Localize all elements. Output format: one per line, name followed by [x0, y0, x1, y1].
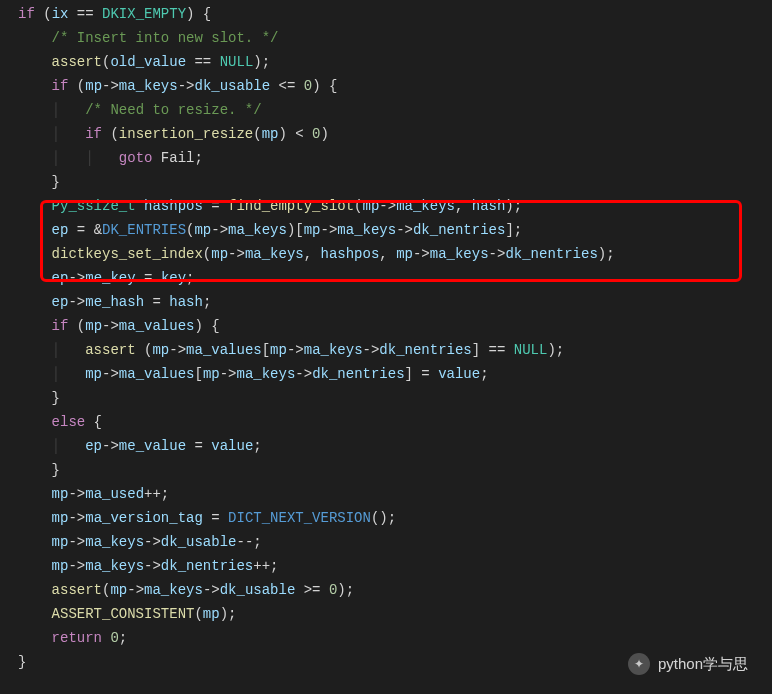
code-block: if (ix == DKIX_EMPTY) { /* Insert into n…	[0, 0, 772, 678]
token-op: ->	[211, 222, 228, 238]
token-kw: if	[52, 318, 69, 334]
token-op	[18, 270, 52, 286]
code-line: mp->ma_keys->dk_usable--;	[18, 530, 754, 554]
token-num: 0	[110, 630, 118, 646]
code-line: }	[18, 386, 754, 410]
token-op: =	[136, 270, 161, 286]
watermark: ✦ python学与思	[628, 652, 748, 676]
token-op: ==	[68, 6, 102, 22]
token-id: mp	[262, 126, 279, 142]
token-op: );	[253, 54, 270, 70]
token-id: ma_keys	[119, 78, 178, 94]
token-kw: else	[52, 414, 86, 430]
token-op: ->	[102, 438, 119, 454]
token-op	[18, 246, 52, 262]
token-op: ] =	[405, 366, 439, 382]
token-id: ma_keys	[144, 582, 203, 598]
token-op: ;	[119, 630, 127, 646]
token-id: ma_version_tag	[85, 510, 203, 526]
watermark-text: python学与思	[658, 652, 748, 676]
token-guide: │	[52, 438, 86, 454]
token-op: (	[136, 342, 153, 358]
token-id: mp	[194, 222, 211, 238]
token-op: ) {	[194, 318, 219, 334]
code-line: }	[18, 170, 754, 194]
token-op: ->	[220, 366, 237, 382]
token-id: ma_keys	[228, 222, 287, 238]
code-line: assert(old_value == NULL);	[18, 50, 754, 74]
token-op: ->	[144, 558, 161, 574]
token-op: (	[253, 126, 261, 142]
token-op: =	[186, 438, 211, 454]
token-id: mp	[152, 342, 169, 358]
code-line: if (ix == DKIX_EMPTY) {	[18, 2, 754, 26]
token-id: ma_keys	[237, 366, 296, 382]
token-op: ->	[68, 558, 85, 574]
token-id: key	[161, 270, 186, 286]
code-line: mp->ma_used++;	[18, 482, 754, 506]
code-line: if (mp->ma_values) {	[18, 314, 754, 338]
token-op: (	[68, 78, 85, 94]
token-op	[18, 414, 52, 430]
token-op: ->	[68, 270, 85, 286]
token-id: mp	[211, 246, 228, 262]
token-id: value	[438, 366, 480, 382]
token-kw: goto	[119, 150, 153, 166]
token-op: =	[144, 294, 169, 310]
code-line: ep->me_hash = hash;	[18, 290, 754, 314]
token-op	[18, 510, 52, 526]
token-op: ->	[102, 78, 119, 94]
code-line: mp->ma_keys->dk_nentries++;	[18, 554, 754, 578]
token-op: ->	[68, 510, 85, 526]
token-id: mp	[52, 486, 69, 502]
token-id: dk_nentries	[505, 246, 597, 262]
token-op: )[	[287, 222, 304, 238]
token-id: dk_nentries	[413, 222, 505, 238]
token-op: (	[35, 6, 52, 22]
token-kw: if	[18, 6, 35, 22]
token-op: [	[194, 366, 202, 382]
token-op: ];	[505, 222, 522, 238]
token-id: mp	[52, 510, 69, 526]
code-line: │ assert (mp->ma_values[mp->ma_keys->dk_…	[18, 338, 754, 362]
token-op: ++;	[253, 558, 278, 574]
token-id: mp	[396, 246, 413, 262]
token-id: dk_usable	[194, 78, 270, 94]
token-id: mp	[110, 582, 127, 598]
token-id: ma_keys	[430, 246, 489, 262]
token-op	[18, 366, 52, 382]
token-op: --;	[236, 534, 261, 550]
token-id: ma_values	[186, 342, 262, 358]
token-id: hashpos	[144, 198, 203, 214]
code-line: else {	[18, 410, 754, 434]
token-op: ();	[371, 510, 396, 526]
token-op: ->	[396, 222, 413, 238]
token-guide: │ │	[52, 150, 119, 166]
wechat-icon: ✦	[628, 653, 650, 675]
code-line: mp->ma_version_tag = DICT_NEXT_VERSION()…	[18, 506, 754, 530]
token-op: ;	[186, 270, 194, 286]
token-op: (	[203, 246, 211, 262]
token-op	[18, 126, 52, 142]
token-op	[18, 342, 52, 358]
code-line: │ /* Need to resize. */	[18, 98, 754, 122]
code-line: ep->me_key = key;	[18, 266, 754, 290]
token-kw: return	[52, 630, 102, 646]
token-op: ->	[68, 486, 85, 502]
token-id: ma_values	[119, 318, 195, 334]
token-op	[18, 150, 52, 166]
token-id: dk_nentries	[161, 558, 253, 574]
token-op: ->	[144, 534, 161, 550]
token-op: ->	[68, 534, 85, 550]
token-cmt: /* Need to resize. */	[85, 102, 261, 118]
token-op: =	[203, 198, 228, 214]
token-op: );	[547, 342, 564, 358]
token-op	[18, 30, 52, 46]
token-op: )	[321, 126, 329, 142]
token-type: NULL	[514, 342, 548, 358]
token-fn: assert	[52, 582, 102, 598]
code-line: if (mp->ma_keys->dk_usable <= 0) {	[18, 74, 754, 98]
token-kw: if	[52, 78, 69, 94]
token-op	[18, 294, 52, 310]
token-kw: if	[85, 126, 102, 142]
